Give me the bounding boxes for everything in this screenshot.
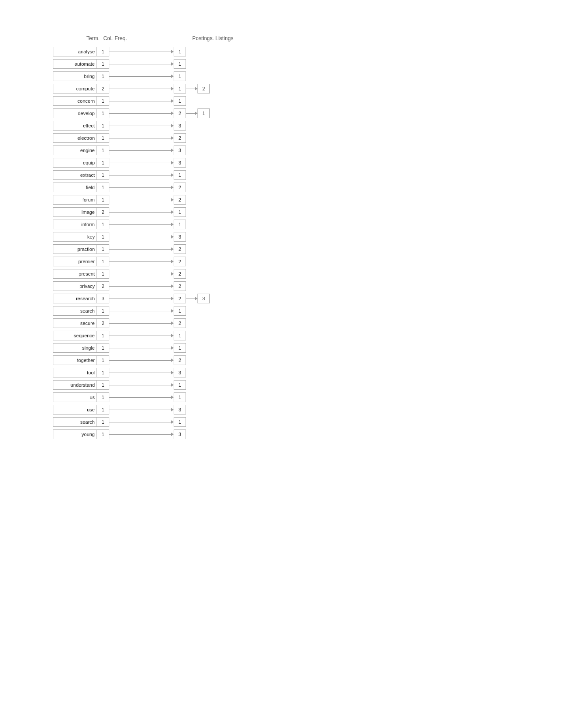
col-cell: 1	[97, 417, 109, 427]
connector-line	[109, 50, 174, 53]
col-cell: 1	[97, 183, 109, 192]
posting-cell: 2	[174, 318, 186, 328]
posting-cell-2: 3	[197, 294, 210, 303]
table-row: secure22	[53, 317, 509, 329]
header-freq: Freq.	[115, 35, 130, 41]
term-cell: single	[53, 343, 97, 353]
col-cell: 1	[97, 195, 109, 205]
col-cell: 1	[97, 368, 109, 377]
table-row: equip13	[53, 157, 509, 168]
table-row: search11	[53, 416, 509, 428]
col-cell: 1	[97, 331, 109, 340]
term-cell: search	[53, 306, 97, 316]
posting-cell: 1	[174, 331, 186, 340]
term-cell: compute	[53, 84, 97, 93]
posting-cell: 1	[174, 59, 186, 69]
connector-line	[109, 186, 174, 189]
connector-line	[109, 75, 174, 78]
term-cell: privacy	[53, 281, 97, 291]
col-cell: 1	[97, 158, 109, 168]
term-cell: secure	[53, 318, 97, 328]
connector-line	[109, 235, 174, 239]
posting-cell: 1	[174, 47, 186, 56]
table-row: use13	[53, 404, 509, 415]
table-row: key13	[53, 231, 509, 243]
connector-line	[109, 346, 174, 350]
term-cell: research	[53, 294, 97, 303]
posting-cell: 2	[174, 257, 186, 266]
col-cell: 1	[97, 306, 109, 316]
term-cell: young	[53, 429, 97, 439]
connector-line	[109, 62, 174, 66]
table-row: effect13	[53, 120, 509, 131]
term-cell: extract	[53, 170, 97, 180]
connector-line	[109, 149, 174, 152]
posting-cell: 1	[174, 84, 186, 93]
term-cell: engine	[53, 146, 97, 155]
posting-cell: 2	[174, 294, 186, 303]
posting-cell: 3	[174, 121, 186, 131]
col-cell: 1	[97, 108, 109, 118]
posting-cell: 3	[174, 405, 186, 414]
col-cell: 1	[97, 96, 109, 106]
table-row: bring11	[53, 71, 509, 82]
posting-cell: 1	[174, 207, 186, 217]
header-row: Term. Col. Freq. Postings. Listings	[53, 35, 509, 41]
table-row: tool13	[53, 367, 509, 378]
posting-cell: 1	[174, 220, 186, 229]
rows-container: analyse11automate11bring11compute212conc…	[53, 46, 509, 440]
term-cell: tool	[53, 368, 97, 377]
table-row: develop121	[53, 108, 509, 119]
table-row: understand11	[53, 379, 509, 391]
connector-line	[109, 124, 174, 127]
chain-connector	[186, 87, 197, 90]
posting-cell: 1	[174, 170, 186, 180]
connector-line	[109, 260, 174, 263]
table-row: automate11	[53, 58, 509, 70]
col-cell: 1	[97, 429, 109, 439]
posting-cell: 2	[174, 244, 186, 254]
col-cell: 2	[97, 318, 109, 328]
connector-line	[109, 173, 174, 177]
table-row: praction12	[53, 243, 509, 255]
table-row: compute212	[53, 83, 509, 94]
table-row: together12	[53, 355, 509, 366]
col-cell: 1	[97, 71, 109, 81]
term-cell: use	[53, 405, 97, 414]
posting-cell: 2	[174, 269, 186, 279]
term-cell: electron	[53, 133, 97, 143]
connector-line	[109, 396, 174, 399]
table-row: electron12	[53, 132, 509, 144]
col-cell: 3	[97, 294, 109, 303]
term-cell: analyse	[53, 47, 97, 56]
posting-cell: 2	[174, 133, 186, 143]
term-cell: together	[53, 355, 97, 365]
col-cell: 1	[97, 232, 109, 242]
connector-line	[109, 210, 174, 214]
table-row: sequence11	[53, 330, 509, 341]
col-cell: 1	[97, 355, 109, 365]
term-cell: automate	[53, 59, 97, 69]
col-cell: 1	[97, 392, 109, 402]
posting-cell: 2	[174, 183, 186, 192]
posting-cell: 1	[174, 306, 186, 316]
connector-line	[109, 408, 174, 411]
connector-line	[109, 383, 174, 387]
connector-line	[109, 198, 174, 202]
term-cell: effect	[53, 121, 97, 131]
connector-line	[109, 284, 174, 288]
term-cell: concern	[53, 96, 97, 106]
connector-line	[109, 87, 174, 90]
connector-line	[109, 247, 174, 251]
connector-line	[109, 99, 174, 103]
col-cell: 1	[97, 121, 109, 131]
posting-cell: 2	[174, 108, 186, 118]
table-row: us11	[53, 392, 509, 403]
posting-cell-2: 2	[197, 84, 210, 93]
term-cell: us	[53, 392, 97, 402]
posting-cell-2: 1	[197, 108, 210, 118]
term-cell: field	[53, 183, 97, 192]
connector-line	[109, 297, 174, 300]
connector-line	[109, 433, 174, 436]
col-cell: 1	[97, 405, 109, 414]
